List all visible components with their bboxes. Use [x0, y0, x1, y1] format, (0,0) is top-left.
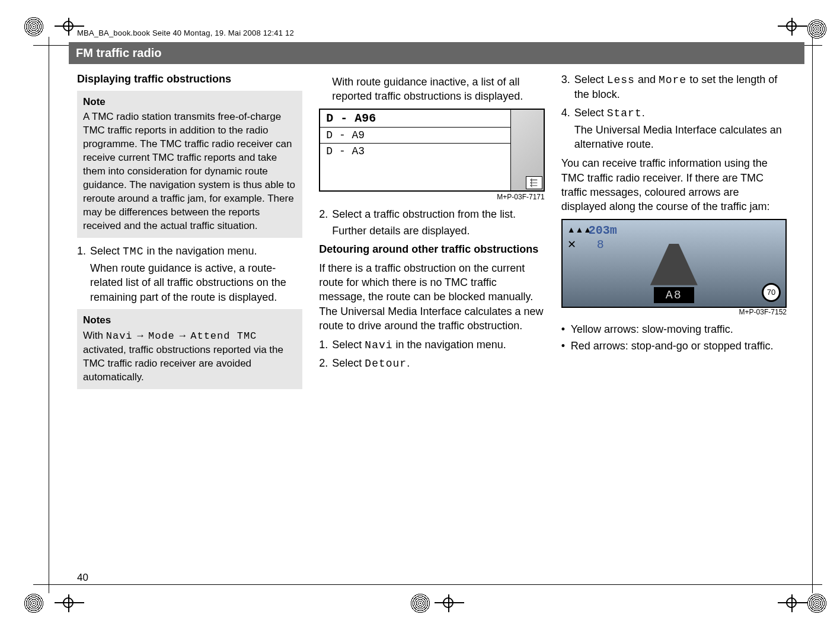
- road-graphic: [650, 244, 698, 285]
- steps-list: Select Less and More to set the length o…: [561, 72, 787, 151]
- page-number: 40: [77, 572, 88, 584]
- tmc-info-body: You can receive traffic information usin…: [561, 156, 787, 214]
- detour-step-1: Select Navi in the navigation menu.: [319, 338, 544, 352]
- step-text: in the navigation menu.: [393, 339, 506, 351]
- step-text: and: [635, 74, 659, 85]
- figure-label: M+P-03F-7171: [319, 193, 544, 201]
- detour-step-4: Select Start. The Universal Media Interf…: [561, 106, 787, 152]
- nav-screenshot: ▲▲▲ 203m ✕ 8 A8 70: [561, 219, 787, 308]
- menu-navi: Navi: [106, 330, 133, 342]
- menu-attend-tmc: Attend TMC: [190, 330, 257, 342]
- registration-mark: [410, 593, 430, 613]
- list-item: D - A9: [320, 128, 510, 144]
- heading-displaying-traffic: Displaying traffic obstructions: [77, 72, 302, 86]
- step-text: Select: [574, 107, 607, 119]
- step-sub: Further details are displayed.: [332, 224, 544, 238]
- heading-detouring: Detouring around other traffic obstructi…: [319, 243, 544, 256]
- columns: Displaying traffic obstructions Note A T…: [77, 72, 787, 395]
- step-text: Select a traffic obstruction from the li…: [332, 208, 516, 220]
- intro-text: With route guidance inactive, a list of …: [332, 75, 544, 104]
- list-item: D - A96: [320, 110, 510, 128]
- menu-less: Less: [607, 74, 635, 86]
- registration-mark: [24, 17, 44, 37]
- figure-label: M+P-03F-7152: [561, 308, 787, 316]
- page-content: MBA_BA_book.book Seite 40 Montag, 19. Ma…: [77, 28, 787, 588]
- note-heading: Note: [83, 96, 296, 109]
- bullet-list: Yellow arrows: slow-moving traffic. Red …: [561, 322, 787, 354]
- road-label: A8: [654, 287, 694, 303]
- column-2: With route guidance inactive, a list of …: [319, 72, 544, 395]
- step-text: .: [407, 357, 410, 369]
- menu-mode: Mode: [148, 330, 175, 342]
- step-1: Select TMC in the navigation menu. When …: [77, 244, 302, 304]
- notes-body: With Navi → Mode → Attend TMC activated,…: [83, 329, 296, 384]
- menu-more: More: [659, 74, 686, 86]
- column-1: Displaying traffic obstructions Note A T…: [77, 72, 302, 395]
- page-title-bar: FM traffic radio: [69, 42, 804, 64]
- detour-step-3: Select Less and More to set the length o…: [561, 72, 787, 102]
- crop-line: [49, 37, 49, 593]
- speed-limit-icon: 70: [762, 283, 781, 302]
- step-2: Select a traffic obstruction from the li…: [319, 207, 544, 238]
- arrow-icon: →: [175, 330, 190, 341]
- notes-text: activated, traffic obstructions reported…: [83, 344, 283, 383]
- registration-mark: [807, 19, 827, 39]
- step-text: Select: [332, 339, 365, 351]
- steps-list: Select a traffic obstruction from the li…: [319, 207, 544, 238]
- menu-navi: Navi: [365, 339, 392, 351]
- bullet-red: Red arrows: stop-and-go or stopped traff…: [561, 339, 787, 353]
- distance-value: 203m: [589, 224, 617, 237]
- menu-detour: Detour: [365, 358, 407, 370]
- steps-list: Select Navi in the navigation menu. Sele…: [319, 338, 544, 371]
- crop-line: [812, 37, 813, 593]
- bullet-yellow: Yellow arrows: slow-moving traffic.: [561, 322, 787, 336]
- back-icon: ⬱: [526, 176, 542, 189]
- step-text: Select: [90, 245, 123, 257]
- registration-mark: [24, 593, 44, 613]
- step-text: Select: [574, 74, 607, 85]
- registration-mark: [807, 593, 827, 613]
- notes-box: Notes With Navi → Mode → Attend TMC acti…: [77, 309, 302, 389]
- step-sub: The Universal Media Interface calculates…: [574, 123, 787, 152]
- step-sub: When route guidance is active, a route-r…: [90, 261, 302, 304]
- align-mark: [778, 594, 807, 612]
- note-body: A TMC radio station transmits free-of-ch…: [83, 110, 296, 233]
- step-text: Select: [332, 357, 365, 369]
- notes-text: With: [83, 330, 106, 341]
- note-box: Note A TMC radio station transmits free-…: [77, 91, 302, 238]
- arrow-icon: →: [133, 330, 148, 341]
- step-text: .: [642, 107, 645, 119]
- column-3: Select Less and More to set the length o…: [561, 72, 787, 395]
- align-mark: [435, 594, 464, 612]
- menu-tmc: TMC: [123, 246, 143, 257]
- sat-count: 8: [597, 238, 604, 252]
- step-text: in the navigation menu.: [143, 245, 257, 257]
- menu-start: Start: [607, 107, 642, 119]
- list-item: D - A3: [320, 144, 510, 190]
- notes-heading: Notes: [83, 314, 296, 327]
- tmc-list-screenshot: D - A96 D - A9 D - A3 ⬱: [319, 109, 544, 192]
- running-header: MBA_BA_book.book Seite 40 Montag, 19. Ma…: [77, 28, 787, 37]
- steps-list: Select TMC in the navigation menu. When …: [77, 244, 302, 304]
- detour-step-2: Select Detour.: [319, 356, 544, 371]
- align-mark: [55, 594, 84, 612]
- detour-body: If there is a traffic obstruction on the…: [319, 261, 544, 333]
- satellite-icon: ✕: [567, 238, 576, 251]
